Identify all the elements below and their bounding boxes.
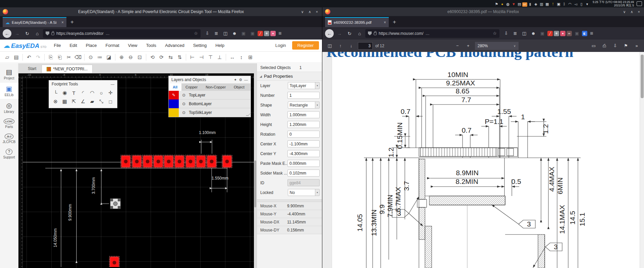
layers-tab-all[interactable]: All [169, 83, 181, 91]
zoom-fit-icon[interactable]: ⊡ [135, 53, 144, 62]
extension-red-icon[interactable]: ╱ [547, 31, 553, 36]
locked-select[interactable]: No▾ [288, 189, 320, 196]
zoom-in-icon[interactable]: ⊕ [117, 53, 126, 62]
display-icon[interactable] [637, 1, 642, 6]
layers-tab-copper[interactable]: Copper [181, 83, 202, 91]
maximize-button[interactable]: ∧ [309, 10, 311, 14]
more-tools-icon[interactable]: » [633, 42, 641, 50]
track-tool[interactable]: └ [51, 88, 60, 97]
search-icon[interactable]: ⊙ [86, 53, 95, 62]
height-input[interactable] [287, 121, 320, 128]
close-button[interactable]: × [316, 10, 318, 14]
align-right-icon[interactable]: ⊣ [197, 53, 206, 62]
footprint-canvas[interactable]: 1.100mm 1.550mm 3.700mm 9.900mm 14.050mm… [18, 73, 254, 268]
extension-dim-icon[interactable]: ▣ [239, 29, 248, 38]
zoom-out-icon[interactable]: ⊖ [126, 53, 135, 62]
eraser-icon[interactable]: ◪ [104, 53, 113, 62]
zoom-out-icon[interactable]: − [453, 42, 462, 50]
print-icon[interactable]: ⎙ [600, 42, 608, 50]
extension-dim2-icon[interactable]: ▣ [249, 29, 257, 38]
align-left-icon[interactable]: ⊢ [188, 53, 197, 62]
layer-color-swatch[interactable] [169, 108, 179, 117]
wifi-icon[interactable]: ◠ [567, 1, 573, 7]
collapse-icon[interactable]: — [111, 82, 114, 86]
library-icon[interactable]: ≣ [511, 29, 519, 38]
home-button[interactable]: ⌂ [355, 29, 364, 38]
sidebar-item-eelib[interactable]: ▣ EELib [0, 83, 18, 99]
sidebar-toggle-icon[interactable]: ◫ [520, 29, 528, 38]
open-icon[interactable]: ▱ [3, 53, 12, 62]
sidebar-item-parts[interactable]: LCSC Parts [0, 116, 18, 131]
extension-pink-icon[interactable]: ● [270, 31, 276, 36]
rotate-ccw-icon[interactable]: ⟲ [148, 53, 157, 62]
sidebar-item-library[interactable]: ◎ Library [0, 99, 18, 116]
paste-icon[interactable]: ⎘ [46, 53, 55, 62]
layer-row-top[interactable]: ✎ ⊙ TopLayer [169, 91, 251, 99]
new-tab-button[interactable]: + [389, 17, 400, 27]
discord-icon[interactable]: ◍ [505, 1, 511, 7]
layer-row-topsilk[interactable]: ⊙ TopSilkLayer [169, 108, 251, 117]
save-icon[interactable]: ▤ [12, 53, 21, 62]
forward-button[interactable]: → [13, 29, 21, 38]
minimize-button[interactable]: ∨ [301, 10, 304, 14]
download-icon[interactable]: ⇩ [611, 42, 619, 50]
pdf-scrollbar[interactable] [640, 52, 644, 268]
tracking-shield-icon[interactable] [368, 31, 372, 36]
scrollbar-thumb[interactable] [254, 160, 256, 207]
hole-tool[interactable]: ⊗ [51, 97, 60, 106]
address-bar[interactable]: https://easyeda.com/editor … ☆ [43, 29, 201, 38]
solid-region-tool[interactable]: ▰ [88, 97, 97, 106]
extension-gray-icon[interactable]: ❄ [554, 31, 559, 36]
volume-muted-icon[interactable]: ◅ [573, 1, 579, 7]
extension-dim-icon[interactable]: ▣ [538, 29, 546, 38]
account-icon[interactable]: ☻ [529, 29, 537, 38]
extension-brown-icon[interactable]: ∞ [567, 31, 572, 36]
minimize-button[interactable]: ∨ [623, 10, 626, 14]
layers-tab-noncopper[interactable]: Non-Copper [202, 83, 230, 91]
download-icon[interactable]: ⇩ [502, 29, 510, 38]
layer-color-swatch[interactable]: ✎ [169, 91, 179, 99]
pdf-page-view[interactable]: Recommended PCB mounting pattern [322, 52, 644, 268]
distribute-vertical-icon[interactable]: ↕ [237, 53, 246, 62]
center-y-input[interactable] [287, 150, 320, 157]
extension-dark-icon[interactable]: ▣ [573, 29, 581, 38]
layers-tab-object[interactable]: Object [230, 83, 249, 91]
reload-button[interactable]: ↻ [23, 29, 32, 38]
menu-help[interactable]: Help [215, 43, 224, 48]
protractor-tool[interactable]: ∠ [78, 97, 88, 106]
arc-tool[interactable]: ◜ [78, 88, 88, 97]
number-input[interactable] [287, 92, 320, 99]
tray-clock[interactable]: 5:25 下午 (UTC+08:00) 23:25:49 2021/2/5 周五… [593, 0, 634, 7]
dimension-tool[interactable]: ⇱ [69, 97, 78, 106]
next-page-icon[interactable]: ↓ [347, 42, 355, 50]
flip-horizontal-icon[interactable]: ⇆ [166, 53, 175, 62]
flip-vertical-icon[interactable]: ⇅ [175, 53, 184, 62]
extension-gray-icon[interactable]: ❄ [264, 31, 269, 36]
menu-hamburger-icon[interactable]: ≡ [590, 30, 593, 37]
collapse-icon[interactable]: — [244, 78, 248, 82]
rotate-cw-icon[interactable]: ⟳ [157, 53, 166, 62]
tray-expand-icon[interactable]: ▾ [584, 1, 590, 7]
keyboard-icon[interactable]: ▦ [544, 1, 550, 7]
bookmark-star-icon[interactable]: ☆ [194, 31, 198, 36]
image-tool[interactable]: ▦ [60, 97, 69, 106]
lock-tray-icon[interactable]: ◈ [533, 1, 539, 7]
reload-button[interactable]: ↻ [345, 29, 354, 38]
pad-properties-header[interactable]: ◢ Pad Properties [257, 72, 322, 81]
rotation-input[interactable] [287, 131, 320, 138]
width-input[interactable] [287, 111, 320, 118]
grid-setting-icon[interactable]: ⊞ [246, 53, 255, 62]
left-titlebar[interactable]: EasyEDA(Standard) - A Simple and Powerfu… [0, 7, 322, 16]
bookmark-icon[interactable]: ⚑ [622, 42, 630, 50]
account-icon[interactable]: ☻ [230, 29, 238, 38]
undo-icon[interactable]: ↶ [24, 53, 34, 62]
tracking-shield-icon[interactable] [46, 31, 49, 36]
extension-blue-icon[interactable]: ◧ [582, 31, 587, 36]
home-button[interactable]: ⌂ [33, 29, 42, 38]
menu-hamburger-icon[interactable]: ≡ [278, 30, 281, 37]
measure-tool[interactable]: ⤡ [97, 97, 106, 106]
layer-visibility-eye-icon[interactable]: ⊙ [179, 102, 189, 106]
presentation-mode-icon[interactable]: ▭ [590, 42, 598, 50]
url-text[interactable]: https://easyeda.com/editor [56, 31, 104, 36]
menu-edit[interactable]: Edit [69, 43, 77, 48]
